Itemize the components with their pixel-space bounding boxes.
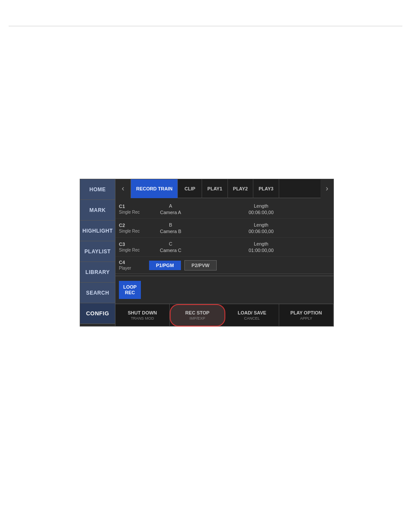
btn-play-option-sub: APPLY [300, 316, 312, 320]
sidebar-item-config[interactable]: CONFIG [80, 303, 115, 324]
cam-c2: C2 Single Rec [119, 222, 149, 234]
btn-p1pgm[interactable]: P1/PGM [149, 261, 181, 270]
cam-c2-type: Single Rec [119, 228, 149, 234]
cam-c1-length: Length 00:06:00,00 [192, 203, 330, 215]
loop-rec-area: LOOPREC [115, 278, 333, 302]
tab-play1[interactable]: PLAY1 [202, 179, 227, 198]
sidebar-item-highlight[interactable]: HIGHLIGHT [80, 221, 115, 241]
btn-load-save-sub: CANCEL [244, 316, 260, 320]
tab-bar: ‹ RECORD TRAIN CLIP PLAY1 PLAY2 PLAY3 › [115, 179, 333, 198]
tab-play3[interactable]: PLAY3 [253, 179, 279, 198]
cam-c2-label: C2 [119, 222, 149, 228]
main-content: ‹ RECORD TRAIN CLIP PLAY1 PLAY2 PLAY3 › … [115, 179, 333, 326]
tab-forward-button[interactable]: › [321, 179, 333, 198]
cam-c2-source-label: B [149, 222, 192, 228]
cam-c2-source-name: Camera B [149, 228, 192, 234]
cam-c3-length: Length 01:00:00,00 [192, 241, 330, 253]
cam-c2-source: B Camera B [149, 222, 192, 234]
ui-wrapper: HOME MARK HIGHLIGHT PLAYLIST LIBRARY SEA… [80, 179, 334, 327]
cam-c2-length-label: Length [192, 222, 330, 228]
btn-play-option[interactable]: PLAY OPTION APPLY [279, 304, 333, 327]
sidebar: HOME MARK HIGHLIGHT PLAYLIST LIBRARY SEA… [80, 179, 115, 326]
btn-load-save-main: LOAD/ SAVE [238, 310, 266, 315]
cam-c1-label: C1 [119, 203, 149, 209]
content-divider [115, 276, 333, 276]
btn-rec-stop[interactable]: REC STOP IMP/EXP [170, 304, 225, 327]
top-divider [9, 26, 402, 26]
btn-shut-down-sub: TRANS MOD [131, 316, 154, 320]
cam-c3-length-label: Length [192, 241, 330, 247]
btn-rec-stop-sub: IMP/EXP [190, 316, 206, 320]
cam-c1: C1 Single Rec [119, 203, 149, 215]
tab-play2[interactable]: PLAY2 [228, 179, 253, 198]
cam-c3-source: C Camera C [149, 241, 192, 253]
sidebar-item-search[interactable]: SEARCH [80, 283, 115, 303]
content-area: C1 Single Rec A Camera A Length 00:06:00… [115, 198, 333, 304]
tab-back-button[interactable]: ‹ [115, 179, 131, 198]
btn-load-save[interactable]: LOAD/ SAVE CANCEL [225, 304, 280, 327]
cam-c4: C4 Player [119, 259, 149, 271]
sidebar-item-playlist[interactable]: PLAYLIST [80, 241, 115, 262]
table-row-c4: C4 Player P1/PGM P2/PVW [115, 257, 333, 274]
cam-c1-length-label: Length [192, 203, 330, 209]
btn-shut-down[interactable]: SHUT DOWN TRANS MOD [115, 304, 170, 327]
cam-c1-source-name: Camera A [149, 209, 192, 215]
cam-c1-source: A Camera A [149, 203, 192, 215]
btn-p2pvw[interactable]: P2/PVW [184, 260, 217, 271]
cam-c1-length-value: 00:06:00,00 [192, 209, 330, 215]
sidebar-item-home[interactable]: HOME [80, 179, 115, 200]
table-row: C2 Single Rec B Camera B Length 00:06:00… [115, 219, 333, 238]
cam-c3-label: C3 [119, 241, 149, 247]
btn-play-option-main: PLAY OPTION [290, 310, 322, 315]
btn-loop-rec[interactable]: LOOPREC [119, 281, 141, 299]
cam-c4-type: Player [119, 265, 149, 271]
cam-c3-type: Single Rec [119, 247, 149, 253]
cam-c2-length: Length 00:06:00,00 [192, 222, 330, 234]
cam-c4-label: C4 [119, 259, 149, 265]
table-row: C3 Single Rec C Camera C Length 01:00:00… [115, 238, 333, 257]
tab-clip[interactable]: CLIP [178, 179, 202, 198]
cam-c2-length-value: 00:06:00,00 [192, 228, 330, 234]
tab-record-train[interactable]: RECORD TRAIN [131, 179, 178, 198]
btn-rec-stop-main: REC STOP [185, 310, 209, 315]
cam-c3-length-value: 01:00:00,00 [192, 247, 330, 253]
sidebar-item-mark[interactable]: MARK [80, 200, 115, 221]
cam-c1-type: Single Rec [119, 209, 149, 215]
table-row: C1 Single Rec A Camera A Length 00:06:00… [115, 200, 333, 219]
btn-shut-down-main: SHUT DOWN [128, 310, 157, 315]
bottom-toolbar: SHUT DOWN TRANS MOD REC STOP IMP/EXP LOA… [115, 304, 333, 326]
cam-c1-source-label: A [149, 203, 192, 209]
cam-c3: C3 Single Rec [119, 241, 149, 253]
cam-c3-source-name: Camera C [149, 247, 192, 253]
cam-c3-source-label: C [149, 241, 192, 247]
sidebar-item-library[interactable]: LIBRARY [80, 262, 115, 283]
